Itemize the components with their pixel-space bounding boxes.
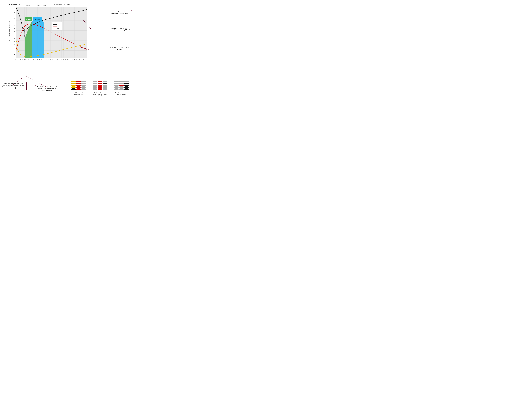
svg-text:Power: Power	[27, 17, 30, 19]
pill-ideal-co-1	[93, 81, 97, 82]
pill-poor-co-1	[114, 81, 119, 82]
pill-co2-2	[76, 83, 81, 84]
co2-stack-poor	[119, 81, 124, 90]
svg-text:Percent of Excess Air: Percent of Excess Air	[44, 64, 58, 66]
svg-text:16: 16	[13, 12, 15, 13]
svg-text:230: 230	[86, 59, 88, 60]
svg-text:CO: CO	[57, 28, 59, 30]
group-poor: CO CO₂ O₂ Poor Efficiency Too much Oxyge…	[114, 81, 129, 95]
svg-text:190: 190	[82, 59, 84, 60]
o2-stack-poor	[124, 81, 129, 90]
svg-text:80: 80	[59, 59, 60, 60]
pill-ideal-co2-2	[98, 83, 102, 84]
co2-stack-ideal	[98, 81, 102, 90]
svg-text:14: 14	[13, 18, 15, 19]
svg-text:15: 15	[13, 15, 15, 16]
svg-text:2: 2	[14, 51, 15, 52]
pill-o2-4	[81, 86, 86, 88]
icon-groups-ideal	[93, 81, 107, 90]
label-row-poor: CO CO₂ O₂	[117, 90, 126, 92]
pill-co-5	[71, 88, 76, 90]
pill-co-4	[71, 86, 76, 88]
svg-text:100: 100	[67, 59, 69, 60]
svg-text:15: 15	[31, 59, 32, 60]
svg-text:11: 11	[13, 28, 15, 29]
svg-text:O₂ and CO₂ % by Volume of Dry : O₂ and CO₂ % by Volume of Dry Flue Gas	[9, 21, 10, 44]
pill-poor-o2-4	[124, 86, 129, 88]
annotation-primary-air: The 50 to 99 marks represent the % of pr…	[1, 82, 27, 90]
combustion-indicators: CO CO₂ O₂ Incomplete Burn Insufficient O…	[70, 81, 131, 96]
svg-text:210: 210	[85, 59, 86, 60]
svg-text:70: 70	[17, 59, 18, 60]
svg-text:0: 0	[14, 57, 15, 59]
svg-text:95: 95	[22, 59, 23, 60]
co2-stack-incomplete	[76, 81, 81, 90]
pill-poor-co-4	[114, 86, 119, 88]
pill-o2-3	[81, 84, 86, 86]
svg-line-115	[87, 9, 91, 16]
annotation-o2-decrease: O₂ decreases as it is consumed in the co…	[108, 27, 132, 33]
svg-text:5: 5	[26, 59, 27, 60]
pill-ideal-o2-2	[103, 83, 107, 84]
pill-poor-co2-4	[119, 86, 124, 88]
svg-text:Burners: Burners	[35, 19, 40, 20]
annotation-co2-increase: Measured CO₂ increases as the O₂ decreas…	[108, 46, 132, 51]
pill-co-2	[71, 83, 76, 84]
co-stack-incomplete	[71, 81, 76, 90]
svg-text:1: 1	[14, 54, 15, 55]
svg-text:10: 10	[13, 31, 15, 32]
svg-text:60: 60	[50, 59, 51, 60]
label-row-incomplete: CO CO₂ O₂	[74, 90, 83, 92]
svg-text:50: 50	[15, 59, 16, 60]
svg-text:150: 150	[78, 59, 80, 60]
chart-svg: 0 1 2 3 4 6 7 8 10 11 12 13 14 15 16 O₂ …	[8, 4, 91, 63]
pill-poor-o2-5	[124, 88, 129, 90]
annotation-100-0-mark: The 100/0 mark is the: 0% excess air poi…	[35, 85, 59, 92]
svg-text:90: 90	[19, 59, 20, 60]
svg-text:55: 55	[48, 59, 49, 60]
pill-poor-co2-3	[119, 84, 124, 86]
co-stack-poor	[114, 81, 119, 90]
svg-text:12: 12	[13, 25, 15, 26]
svg-text:95: 95	[65, 59, 66, 60]
pill-co-1	[71, 81, 76, 82]
icon-groups-poor	[114, 81, 129, 90]
svg-text:Stoichiometric Line: Stoichiometric Line	[24, 29, 25, 38]
svg-text:70: 70	[54, 59, 55, 60]
desc-incomplete: Incomplete Burn Insufficient Oxygen Fuel…	[71, 92, 86, 95]
svg-text:Atmospheric: Atmospheric	[34, 17, 41, 19]
svg-text:8: 8	[14, 34, 15, 36]
pill-co2-3	[76, 84, 81, 86]
svg-text:140: 140	[76, 59, 77, 60]
pill-ideal-co2-1	[98, 81, 102, 82]
pill-co-3	[71, 84, 76, 86]
svg-text:160: 160	[80, 59, 82, 60]
pill-poor-o2-2	[124, 83, 129, 84]
svg-text:50: 50	[46, 59, 47, 60]
svg-text:85: 85	[61, 59, 62, 60]
svg-text:10: 10	[28, 59, 29, 60]
pill-o2-1	[81, 81, 86, 82]
pill-ideal-o2-1	[103, 81, 107, 82]
pill-ideal-co-5	[93, 88, 97, 90]
pill-ideal-o2-3	[103, 84, 107, 86]
svg-text:30: 30	[37, 59, 38, 60]
svg-text:35: 35	[39, 59, 40, 60]
pill-ideal-co2-3	[98, 84, 102, 86]
desc-ideal: Ideal Combustion Minimal amounts of O₂ B…	[93, 92, 107, 96]
svg-text:4: 4	[14, 44, 15, 45]
annotation-o2-start: Combustion starts with O₂ at the atmosph…	[108, 10, 132, 15]
pill-co2-5	[76, 88, 81, 90]
svg-text:13: 13	[13, 21, 15, 23]
pill-ideal-o2-4	[103, 86, 107, 88]
co-stack-ideal	[93, 81, 97, 90]
pill-co2-1	[76, 81, 81, 82]
excess-air-bracket: Percent of Excess Air	[8, 64, 91, 68]
bracket-svg: Percent of Excess Air	[8, 64, 91, 68]
pill-poor-o2-3	[124, 84, 129, 86]
svg-text:65: 65	[52, 59, 53, 60]
group-incomplete: CO CO₂ O₂ Incomplete Burn Insufficient O…	[71, 81, 86, 95]
svg-text:O₂: O₂	[57, 24, 59, 25]
page: Incomplete Burn Excess Fuel (Rich) Compl…	[0, 0, 133, 100]
pill-poor-co2-1	[119, 81, 124, 82]
